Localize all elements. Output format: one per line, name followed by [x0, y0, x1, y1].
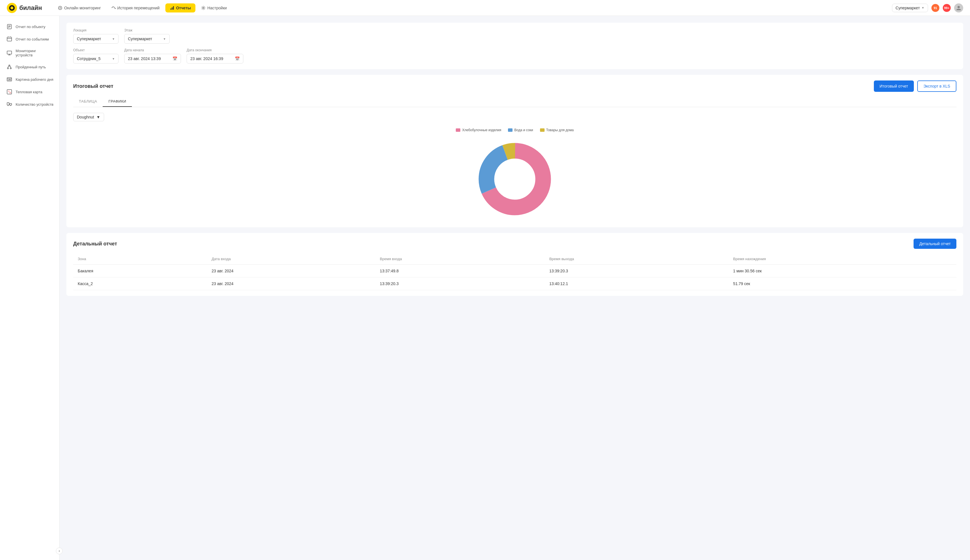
nav-monitoring[interactable]: Онлайн мониторинг — [54, 3, 105, 12]
report-tabs: ТАБЛИЦА ГРАФИКИ — [73, 97, 957, 107]
location-filter-select[interactable]: Супермаркет ▼ — [73, 34, 119, 43]
svg-rect-27 — [8, 80, 8, 80]
sidebar-item-heatmap[interactable]: Тепловая карта — [0, 86, 59, 98]
nav-history[interactable]: История перемещений — [107, 3, 164, 12]
summary-report-button[interactable]: Итоговый отчет — [874, 80, 914, 92]
location-selector[interactable]: Супермаркет ▼ — [892, 4, 928, 12]
main-content: Локация Супермаркет ▼ Этаж Супермаркет ▼ — [60, 16, 970, 303]
nav-settings[interactable]: Настройки — [197, 3, 231, 12]
table-row: Бакалея 23 авг. 2024 13:37:49.8 13:39:20… — [73, 265, 957, 277]
tab-table[interactable]: ТАБЛИЦА — [73, 97, 103, 107]
svg-point-24 — [10, 68, 11, 69]
beeline-logo-icon — [7, 3, 17, 13]
alert-badge[interactable]: 91 — [932, 4, 939, 12]
sidebar-item-device-monitoring[interactable]: Мониторинг устройств — [0, 45, 59, 61]
legend-dot-drinks — [508, 128, 512, 132]
cell-entry-date: 23 авг. 2024 — [207, 277, 375, 290]
end-date-label: Дата окончания — [187, 48, 243, 52]
sidebar-item-events-report[interactable]: Отчет по событиям — [0, 33, 59, 45]
events-report-icon — [7, 36, 12, 42]
path-icon — [7, 64, 12, 70]
filter-row-1: Локация Супермаркет ▼ Этаж Супермаркет ▼ — [73, 28, 957, 43]
cell-duration: 51.79 сек — [729, 277, 957, 290]
sidebar-item-device-count[interactable]: Количество устройств — [0, 98, 59, 110]
logo[interactable]: билайн — [7, 3, 42, 13]
cell-entry-time: 13:37:49.8 — [375, 265, 545, 277]
legend-item-bread: Хлебобулочные изделия — [456, 128, 501, 132]
floor-filter-select[interactable]: Супермаркет ▼ — [124, 34, 170, 43]
svg-rect-29 — [10, 79, 11, 80]
cell-zone: Бакалея — [73, 265, 207, 277]
summary-report-header: Итоговый отчет Итоговый отчет Экспорт в … — [73, 80, 957, 92]
cell-duration: 1 мин 30.56 сек — [729, 265, 957, 277]
svg-point-23 — [9, 65, 10, 66]
svg-rect-34 — [10, 103, 12, 105]
filter-section: Локация Супермаркет ▼ Этаж Супермаркет ▼ — [66, 23, 963, 69]
bell-badge[interactable]: 99+ — [943, 4, 951, 12]
col-zone: Зона — [73, 253, 207, 265]
detail-table: Зона Дата входа Время входа Время выхода… — [73, 253, 957, 290]
svg-point-31 — [8, 90, 10, 92]
svg-rect-15 — [7, 37, 12, 41]
col-entry-time: Время входа — [375, 253, 545, 265]
end-date-calendar-icon: 📅 — [235, 57, 240, 61]
legend-item-home: Товары для дома — [540, 128, 574, 132]
detail-table-head: Зона Дата входа Время входа Время выхода… — [73, 253, 957, 265]
svg-rect-8 — [173, 6, 174, 10]
device-count-icon — [7, 102, 12, 107]
svg-point-10 — [958, 6, 960, 8]
start-date-filter-group: Дата начала 23 авг. 2024 13:39 📅 — [124, 48, 181, 63]
chevron-down-icon: ▼ — [922, 6, 924, 9]
object-chevron-icon: ▼ — [112, 57, 115, 60]
object-filter-label: Объект — [73, 48, 119, 52]
tab-charts[interactable]: ГРАФИКИ — [103, 97, 132, 107]
table-row: Касса_2 23 авг. 2024 13:39:20.3 13:40:12… — [73, 277, 957, 290]
svg-point-40 — [496, 161, 533, 198]
start-date-label: Дата начала — [124, 48, 181, 52]
object-filter-select[interactable]: Сотрудник_5 ▼ — [73, 54, 119, 63]
svg-point-9 — [202, 7, 204, 8]
svg-rect-33 — [7, 103, 9, 105]
location-filter-group: Локация Супермаркет ▼ — [73, 28, 119, 43]
reports-icon — [170, 6, 174, 10]
col-duration: Время нахождения — [729, 253, 957, 265]
floor-filter-label: Этаж — [124, 28, 170, 32]
device-monitoring-icon — [7, 50, 12, 56]
end-date-input[interactable]: 23 авг. 2024 16:39 📅 — [187, 54, 243, 63]
object-filter-group: Объект Сотрудник_5 ▼ — [73, 48, 119, 63]
svg-rect-6 — [171, 8, 171, 10]
sidebar-item-object-report[interactable]: Отчет по объекту — [0, 20, 59, 33]
doughnut-chart — [478, 142, 552, 216]
detail-report-section: Детальный отчет Детальный отчет Зона Дат… — [66, 233, 963, 296]
nav-reports[interactable]: Отчеты — [166, 3, 196, 12]
start-date-input[interactable]: 23 авг. 2024 13:39 📅 — [124, 54, 181, 63]
legend-dot-home — [540, 128, 545, 132]
svg-rect-7 — [172, 7, 172, 10]
svg-rect-28 — [9, 79, 10, 80]
chart-container — [73, 137, 957, 222]
settings-icon — [201, 6, 206, 10]
floor-chevron-icon: ▼ — [163, 37, 166, 40]
svg-point-22 — [7, 68, 8, 69]
detail-report-header: Детальный отчет Детальный отчет — [73, 238, 957, 249]
sidebar-item-workday[interactable]: Картина рабочего дня — [0, 73, 59, 86]
cell-entry-time: 13:39:20.3 — [375, 277, 545, 290]
main-nav: Онлайн мониторинг История перемещений От… — [54, 3, 892, 12]
cell-exit-time: 13:40:12.1 — [545, 277, 729, 290]
detail-report-button[interactable]: Детальный отчет — [913, 238, 957, 249]
avatar-icon — [956, 5, 962, 11]
cell-zone: Касса_2 — [73, 277, 207, 290]
sidebar-item-path[interactable]: Пройденный путь — [0, 61, 59, 73]
start-date-calendar-icon: 📅 — [172, 57, 177, 61]
detail-table-body: Бакалея 23 авг. 2024 13:37:49.8 13:39:20… — [73, 265, 957, 290]
chart-type-selector[interactable]: Doughnut ▼ — [73, 113, 104, 121]
filter-row-2: Объект Сотрудник_5 ▼ Дата начала 23 авг.… — [73, 48, 957, 63]
export-xls-button[interactable]: Экспорт в XLS — [917, 80, 957, 92]
location-filter-label: Локация — [73, 28, 119, 32]
user-avatar[interactable] — [954, 3, 963, 12]
end-date-filter-group: Дата окончания 23 авг. 2024 16:39 📅 — [187, 48, 243, 63]
cell-exit-time: 13:39:20.3 — [545, 265, 729, 277]
sidebar: Отчет по объекту Отчет по событиям Монит… — [0, 16, 60, 303]
svg-point-4 — [60, 7, 61, 8]
svg-point-2 — [10, 7, 13, 9]
